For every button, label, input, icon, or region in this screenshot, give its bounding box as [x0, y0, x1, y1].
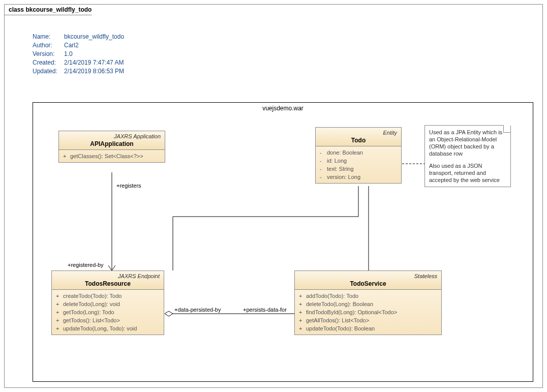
title-name: bkcourse_wildfly_todo [25, 6, 92, 13]
diagram-title-tab: class bkcourse_wildfly_todo [4, 4, 99, 15]
class-head: JAXRS Application APIApplication [59, 131, 165, 150]
stereotype: Stateless [299, 273, 437, 279]
stereotype: Entity [320, 130, 397, 136]
assoc-label-registers: +registers [116, 183, 141, 189]
class-todoservice[interactable]: Stateless TodoService +addTodo(Todo): To… [294, 270, 442, 335]
meta-version-label: Version: [33, 50, 64, 58]
svg-marker-4 [165, 311, 173, 316]
assoc-label-registered-by: +registered-by [68, 262, 104, 268]
meta-version-value: 1.0 [64, 50, 73, 58]
meta-author-value: Carl2 [64, 41, 79, 50]
stereotype: JAXRS Endpoint [56, 273, 160, 279]
class-name: TodosResource [56, 280, 160, 287]
meta-created-label: Created: [33, 58, 64, 67]
class-name: TodoService [299, 280, 437, 287]
note-paragraph: Used as a JPA Entity which is an Object-… [429, 129, 506, 157]
operations: +addTodo(Todo): Todo +deleteTodo(Long): … [295, 290, 441, 335]
class-head: Entity Todo [316, 128, 401, 146]
class-head: JAXRS Endpoint TodosResource [52, 271, 164, 290]
class-head: Stateless TodoService [295, 271, 441, 290]
note-paragraph: Also used as a JSON transport, returned … [429, 162, 506, 184]
class-todosresource[interactable]: JAXRS Endpoint TodosResource +createTodo… [51, 270, 164, 335]
class-todo[interactable]: Entity Todo -done: Boolean -id: Long -te… [315, 127, 402, 184]
assoc-label-persists-data-for: +persists-data-for [243, 307, 287, 313]
class-apiapplication[interactable]: JAXRS Application APIApplication +getCla… [58, 131, 165, 163]
diagram-frame: class bkcourse_wildfly_todo Name:bkcours… [4, 4, 543, 388]
meta-name-value: bkcourse_wildfly_todo [64, 33, 124, 41]
diagram-metadata: Name:bkcourse_wildfly_todo Author:Carl2 … [33, 33, 124, 76]
package-name: vuejsdemo.war [33, 103, 533, 117]
meta-updated-value: 2/14/2019 8:06:53 PM [64, 67, 124, 76]
operations: +getClasses(): Set<Class<?>> [59, 150, 165, 162]
class-name: APIApplication [63, 140, 161, 147]
title-prefix: class [9, 6, 24, 13]
meta-author-label: Author: [33, 41, 64, 50]
assoc-label-data-persisted-by: +data-persisted-by [174, 307, 221, 313]
package-vuejsdemo: vuejsdemo.war JAXRS Application APIAppli… [33, 102, 533, 382]
note-todo-entity[interactable]: Used as a JPA Entity which is an Object-… [424, 125, 511, 187]
class-name: Todo [320, 137, 397, 144]
stereotype: JAXRS Application [63, 133, 161, 139]
meta-updated-label: Updated: [33, 67, 64, 76]
meta-created-value: 2/14/2019 7:47:47 AM [64, 58, 124, 67]
attributes: -done: Boolean -id: Long -text: String -… [316, 146, 401, 183]
operations: +createTodo(Todo): Todo +deleteTodo(Long… [52, 290, 164, 335]
meta-name-label: Name: [33, 33, 64, 41]
